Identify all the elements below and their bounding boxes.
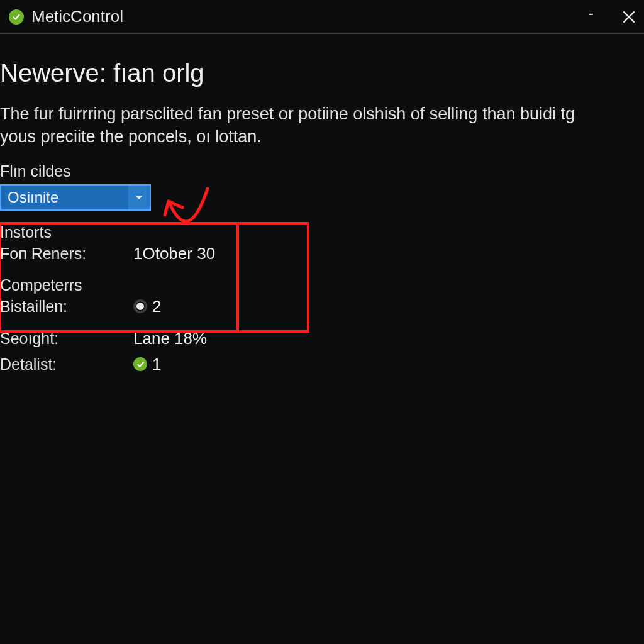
close-button[interactable] bbox=[619, 7, 639, 27]
titlebar: MeticControl - bbox=[0, 0, 644, 34]
app-icon bbox=[9, 9, 24, 25]
row-value: 1 bbox=[133, 355, 161, 374]
chevron-down-icon bbox=[128, 186, 150, 209]
row-label: Seoıght: bbox=[0, 330, 133, 348]
preset-dropdown[interactable]: Osiınite bbox=[0, 184, 151, 211]
content-area: Newerve: fıan orlg The fur fuirrring par… bbox=[0, 34, 644, 374]
row-value[interactable]: 2 bbox=[133, 297, 161, 316]
section-header-instorts: Instorts bbox=[0, 223, 644, 242]
row-value: 1Otober 30 bbox=[133, 244, 215, 264]
row-bistaillen: Bistaillen: 2 bbox=[0, 297, 644, 316]
check-icon bbox=[133, 357, 147, 371]
window-title: MeticControl bbox=[31, 7, 588, 26]
row-label: Bistaillen: bbox=[0, 297, 133, 316]
row-label: Detalist: bbox=[0, 355, 133, 374]
minimize-button[interactable]: - bbox=[588, 4, 594, 22]
page-title: Newerve: fıan orlg bbox=[0, 59, 644, 87]
dropdown-label: Flın cildes bbox=[0, 162, 644, 180]
row-value-text: 2 bbox=[152, 297, 161, 316]
row-for-reners: Foп Reners: 1Otober 30 bbox=[0, 244, 644, 264]
dropdown-selected: Osiınite bbox=[8, 189, 58, 206]
row-value: Lane 18% bbox=[133, 329, 207, 348]
row-detalist: Detalist: 1 bbox=[0, 355, 644, 374]
row-seoight: Seoıght: Lane 18% bbox=[0, 329, 644, 348]
row-value-text: 1 bbox=[152, 355, 161, 374]
row-label: Foп Reners: bbox=[0, 245, 133, 263]
page-description: The fur fuirrring parsclited fan preset … bbox=[0, 103, 644, 148]
radio-icon[interactable] bbox=[133, 299, 147, 313]
section-header-competercs: Competerrs bbox=[0, 276, 644, 294]
